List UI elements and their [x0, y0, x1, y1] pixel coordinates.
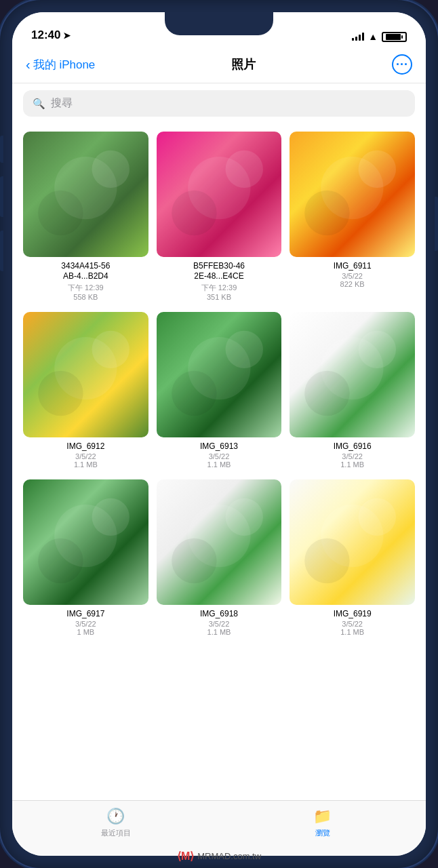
file-name-file-2: B5FFEB30-462E-48...E4CE	[193, 261, 245, 282]
file-thumbnail-file-9	[290, 479, 415, 605]
svg-point-11	[359, 151, 396, 188]
file-date-file-3: 3/5/22	[342, 272, 363, 280]
file-thumbnail-file-8	[157, 479, 282, 605]
tab-browse-icon: 📁	[313, 808, 332, 825]
svg-point-23	[359, 331, 396, 368]
search-input[interactable]: 🔍 搜尋	[23, 90, 415, 117]
back-button[interactable]: ‹ 我的 iPhone	[26, 57, 95, 73]
file-size-file-1: 558 KB	[73, 293, 98, 301]
file-item-file-6[interactable]: IMG_69163/5/221.1 MB	[290, 312, 415, 469]
back-label: 我的 iPhone	[33, 57, 96, 73]
svg-point-27	[92, 498, 130, 536]
signal-bar-1	[352, 38, 354, 41]
file-size-file-3: 822 KB	[340, 280, 365, 288]
tab-browse[interactable]: 📁瀏覽	[219, 808, 426, 838]
phone-screen: 12:40 ➤ ▲ ‹ 我的 iPhone	[12, 12, 426, 856]
volume-down-button[interactable]	[0, 231, 3, 271]
svg-point-35	[359, 498, 396, 536]
time-label: 12:40	[31, 28, 60, 42]
file-item-file-2[interactable]: B5FFEB30-462E-48...E4CE下午 12:39351 KB	[157, 132, 282, 301]
file-date-file-8: 3/5/22	[209, 620, 230, 628]
notch	[165, 12, 273, 35]
file-item-file-8[interactable]: IMG_69183/5/221.1 MB	[157, 479, 282, 636]
svg-point-3	[92, 151, 130, 188]
file-size-file-8: 1.1 MB	[207, 628, 231, 636]
file-date-file-5: 3/5/22	[209, 452, 230, 460]
file-name-file-8: IMG_6918	[200, 609, 238, 620]
svg-point-22	[304, 371, 349, 416]
watermark-text: MRMAD.com.tw	[197, 851, 261, 861]
tab-browse-label: 瀏覽	[315, 828, 330, 838]
svg-point-2	[38, 191, 83, 235]
signal-bar-3	[359, 35, 361, 41]
chevron-left-icon: ‹	[26, 57, 31, 73]
status-time: 12:40 ➤	[31, 28, 71, 42]
svg-point-30	[172, 538, 216, 583]
search-placeholder: 搜尋	[51, 96, 73, 111]
svg-point-18	[172, 371, 216, 416]
svg-point-34	[304, 538, 349, 583]
svg-point-7	[225, 151, 262, 188]
file-name-file-4: IMG_6912	[66, 441, 104, 452]
file-item-file-1[interactable]: 3434A415-56AB-4...B2D4下午 12:39558 KB	[23, 132, 148, 301]
location-icon: ➤	[63, 31, 71, 41]
file-thumbnail-file-5	[157, 312, 282, 437]
file-name-file-6: IMG_6916	[334, 441, 372, 452]
search-bar-container: 🔍 搜尋	[12, 83, 426, 125]
file-date-file-7: 3/5/22	[75, 620, 96, 628]
ellipsis-icon: ···	[396, 58, 408, 71]
status-icons: ▲	[352, 31, 407, 42]
power-button[interactable]	[435, 197, 438, 251]
file-thumbnail-file-4	[23, 312, 148, 437]
signal-icon	[352, 33, 364, 41]
volume-up-button[interactable]	[0, 176, 3, 217]
watermark-logo: ⟨M⟩	[177, 850, 194, 863]
tab-recent-icon: 🕐	[106, 808, 125, 825]
file-item-file-7[interactable]: IMG_69173/5/221 MB	[23, 479, 148, 636]
file-thumbnail-file-6	[290, 312, 415, 437]
file-thumbnail-file-1	[23, 132, 148, 257]
svg-point-15	[92, 331, 130, 368]
svg-point-10	[304, 191, 349, 235]
file-name-file-5: IMG_6913	[200, 441, 238, 452]
svg-point-14	[38, 371, 83, 416]
file-name-file-3: IMG_6911	[334, 261, 372, 272]
navigation-header: ‹ 我的 iPhone 照片 ···	[12, 47, 426, 83]
search-icon: 🔍	[33, 98, 45, 110]
file-item-file-3[interactable]: IMG_69113/5/22822 KB	[290, 132, 415, 301]
tab-recent[interactable]: 🕐最近項目	[12, 808, 219, 838]
file-item-file-5[interactable]: IMG_69133/5/221.1 MB	[157, 312, 282, 469]
tab-recent-label: 最近項目	[101, 828, 131, 838]
watermark: ⟨M⟩ MRMAD.com.tw	[0, 850, 438, 863]
signal-bar-2	[355, 37, 357, 41]
file-thumbnail-file-7	[23, 479, 148, 605]
file-size-file-4: 1.1 MB	[74, 460, 98, 469]
file-date-file-2: 下午 12:39	[201, 283, 237, 293]
phone-frame: 12:40 ➤ ▲ ‹ 我的 iPhone	[0, 0, 438, 868]
file-date-file-9: 3/5/22	[342, 620, 363, 628]
mute-button[interactable]	[0, 136, 3, 163]
file-size-file-2: 351 KB	[207, 293, 231, 301]
svg-point-19	[225, 331, 262, 368]
file-item-file-4[interactable]: IMG_69123/5/221.1 MB	[23, 312, 148, 469]
svg-point-6	[172, 191, 216, 235]
file-date-file-6: 3/5/22	[342, 452, 363, 460]
file-name-file-9: IMG_6919	[334, 609, 372, 620]
file-size-file-9: 1.1 MB	[340, 628, 364, 636]
file-size-file-6: 1.1 MB	[340, 460, 364, 469]
file-date-file-1: 下午 12:39	[68, 283, 104, 293]
wifi-icon: ▲	[368, 31, 378, 42]
file-thumbnail-file-3	[290, 132, 415, 257]
svg-point-31	[225, 498, 262, 536]
file-grid-container: 3434A415-56AB-4...B2D4下午 12:39558 KB B5F…	[12, 125, 426, 800]
svg-point-26	[38, 538, 83, 583]
more-button[interactable]: ···	[392, 54, 412, 75]
page-title: 照片	[231, 56, 256, 73]
file-name-file-1: 3434A415-56AB-4...B2D4	[61, 261, 110, 282]
file-size-file-7: 1 MB	[77, 628, 94, 636]
file-date-file-4: 3/5/22	[75, 452, 96, 460]
file-grid: 3434A415-56AB-4...B2D4下午 12:39558 KB B5F…	[23, 132, 415, 636]
tab-bar: 🕐最近項目📁瀏覽	[12, 800, 426, 856]
signal-bar-4	[362, 33, 364, 41]
file-item-file-9[interactable]: IMG_69193/5/221.1 MB	[290, 479, 415, 636]
